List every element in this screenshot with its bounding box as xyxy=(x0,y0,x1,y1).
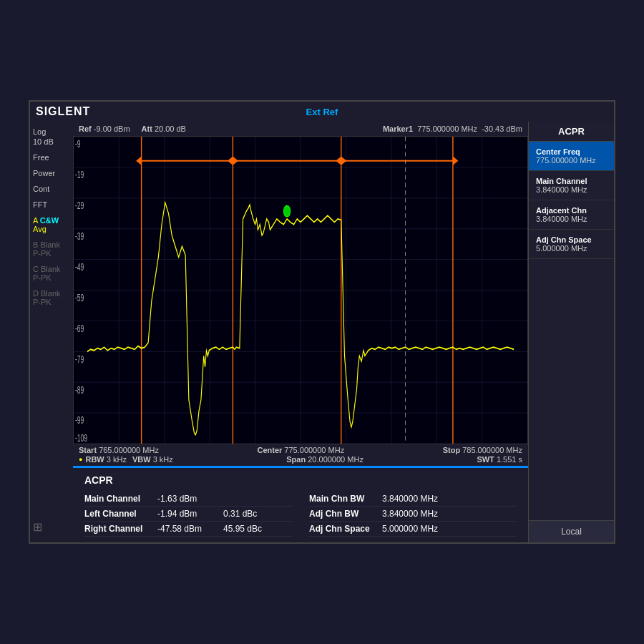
adj-chn-space-menu-item[interactable]: Adj Chn Space 5.000000 MHz xyxy=(529,230,614,259)
marker-d-label: D xyxy=(33,289,39,298)
spectrum-svg: -9 -19 -29 -39 -49 -59 -69 -79 -89 -99 -… xyxy=(74,137,527,444)
left-channel-row: Left Channel -1.94 dBm 0.31 dBc xyxy=(84,507,292,522)
marker-b-group: B Blank P-PK xyxy=(33,240,70,258)
ref-label: Ref -9.00 dBm xyxy=(79,125,130,133)
adj-chn-space-row: Adj Chn Space 5.000000 MHz xyxy=(309,522,517,537)
ref-bar: Ref -9.00 dBm Att 20.00 dB Marker1 775.0… xyxy=(73,122,528,136)
left-channel-dbc: 0.31 dBc xyxy=(223,509,257,519)
marker-avg-label: Avg xyxy=(33,225,47,233)
marker-b-label: B xyxy=(33,240,38,249)
att-label: Att 20.00 dB xyxy=(142,125,186,133)
acpr-results: ACPR Main Channel -1.63 dBm Left Channel… xyxy=(73,469,528,542)
center-freq-bottom: Center 775.000000 MHz xyxy=(257,446,344,454)
main-chn-bw-row: Main Chn BW 3.840000 MHz xyxy=(309,492,517,507)
main-channel-menu-item[interactable]: Main Channel 3.840000 MHz xyxy=(529,171,614,200)
right-channel-row: Right Channel -47.58 dBm 45.95 dBc xyxy=(84,522,292,537)
main-chn-bw-value: 3.840000 MHz xyxy=(382,494,439,504)
adj-chn-bw-value: 3.840000 MHz xyxy=(382,509,439,519)
marker-a-label: A xyxy=(33,216,38,225)
svg-text:-19: -19 xyxy=(75,170,84,180)
start-freq: Start 765.000000 MHz xyxy=(79,446,159,454)
marker-cw-label: C&W xyxy=(40,216,59,225)
bottom-freq-bar: Start 765.000000 MHz Center 775.000000 M… xyxy=(73,444,528,465)
acpr-right-col: Main Chn BW 3.840000 MHz Adj Chn BW 3.84… xyxy=(309,492,517,537)
rbw-label: RBW 3 kHz xyxy=(85,455,126,464)
main-channel-label: Main Channel xyxy=(84,494,149,504)
center-freq-menu-item[interactable]: Center Freq 775.000000 MHz xyxy=(529,142,614,171)
right-panel-spacer xyxy=(529,259,614,520)
svg-marker-43 xyxy=(453,157,459,165)
right-channel-value: -47.58 dBm xyxy=(157,524,215,534)
main-chn-bw-label: Main Chn BW xyxy=(309,494,374,504)
svg-text:-109: -109 xyxy=(75,433,87,443)
svg-marker-39 xyxy=(228,157,233,165)
marker-info: Marker1 775.000000 MHz -30.43 dBm xyxy=(383,125,522,133)
acpr-left-col: Main Channel -1.63 dBm Left Channel -1.9… xyxy=(84,492,292,537)
fft-label: FFT xyxy=(33,200,70,209)
blank-c-label: Blank xyxy=(41,265,61,273)
acpr-table: Main Channel -1.63 dBm Left Channel -1.9… xyxy=(84,492,517,537)
adj-chn-space-value: 5.000000 MHz xyxy=(382,524,439,534)
right-panel: ACPR Center Freq 775.000000 MHz Main Cha… xyxy=(528,122,614,542)
adj-chn-space-label: Adj Chn Space xyxy=(309,524,374,534)
stop-freq: Stop 785.000000 MHz xyxy=(443,446,522,454)
svg-text:-69: -69 xyxy=(75,323,84,333)
svg-marker-42 xyxy=(336,157,341,165)
acpr-section-title: ACPR xyxy=(84,474,517,486)
blank-b-label: Blank xyxy=(40,240,60,249)
right-channel-dbc: 45.95 dBc xyxy=(223,524,262,534)
ppk-b-label: P-PK xyxy=(33,249,52,258)
svg-text:-49: -49 xyxy=(75,262,84,272)
svg-text:-99: -99 xyxy=(75,415,84,425)
svg-point-44 xyxy=(283,206,290,217)
marker-d-group: D Blank P-PK xyxy=(33,289,70,306)
adj-chn-bw-label: Adj Chn BW xyxy=(309,509,374,519)
blank-d-label: Blank xyxy=(41,289,61,298)
main-channel-value: -1.63 dBm xyxy=(157,494,215,504)
swt-label: SWT 1.551 s xyxy=(477,455,522,464)
svg-marker-36 xyxy=(136,157,142,165)
top-bar: SIGLENT Ext Ref xyxy=(30,102,614,122)
svg-text:-39: -39 xyxy=(75,231,84,241)
right-panel-title: ACPR xyxy=(529,122,614,142)
local-button[interactable]: Local xyxy=(529,520,614,542)
marker-c-label: C xyxy=(33,265,39,273)
main-channel-row: Main Channel -1.63 dBm xyxy=(84,492,292,507)
log-label: Log xyxy=(33,127,70,136)
grid-icon: ⊞ xyxy=(33,520,70,540)
svg-text:-79: -79 xyxy=(75,354,84,364)
cont-label: Cont xyxy=(33,185,70,193)
adj-chn-bw-row: Adj Chn BW 3.840000 MHz xyxy=(309,507,517,522)
ppk-c-label: P-PK xyxy=(33,273,52,282)
free-label: Free xyxy=(33,153,70,162)
spectrum-chart: -9 -19 -29 -39 -49 -59 -69 -79 -89 -99 -… xyxy=(73,136,528,444)
left-channel-value: -1.94 dBm xyxy=(157,509,215,519)
svg-text:-59: -59 xyxy=(75,293,84,303)
left-panel: Log 10 dB Free Power Cont FFT A C&W Avg … xyxy=(30,122,73,542)
ppk-d-label: P-PK xyxy=(33,298,52,306)
left-channel-label: Left Channel xyxy=(84,509,149,519)
db-label: 10 dB xyxy=(33,137,70,146)
span-label: Span 20.000000 MHz xyxy=(286,455,364,464)
svg-text:-9: -9 xyxy=(75,139,81,149)
ext-ref-label: Ext Ref xyxy=(306,107,338,117)
marker-a-group: A C&W Avg xyxy=(33,216,70,233)
vbw-label: VBW 3 kHz xyxy=(132,455,173,464)
svg-text:-89: -89 xyxy=(75,384,84,394)
right-channel-label: Right Channel xyxy=(84,524,149,534)
blue-divider xyxy=(73,466,528,468)
siglent-logo: SIGLENT xyxy=(36,105,90,118)
adjacent-chn-menu-item[interactable]: Adjacent Chn 3.840000 MHz xyxy=(529,200,614,230)
svg-text:-29: -29 xyxy=(75,200,84,210)
power-label: Power xyxy=(33,169,70,177)
marker-c-group: C Blank P-PK xyxy=(33,265,70,282)
